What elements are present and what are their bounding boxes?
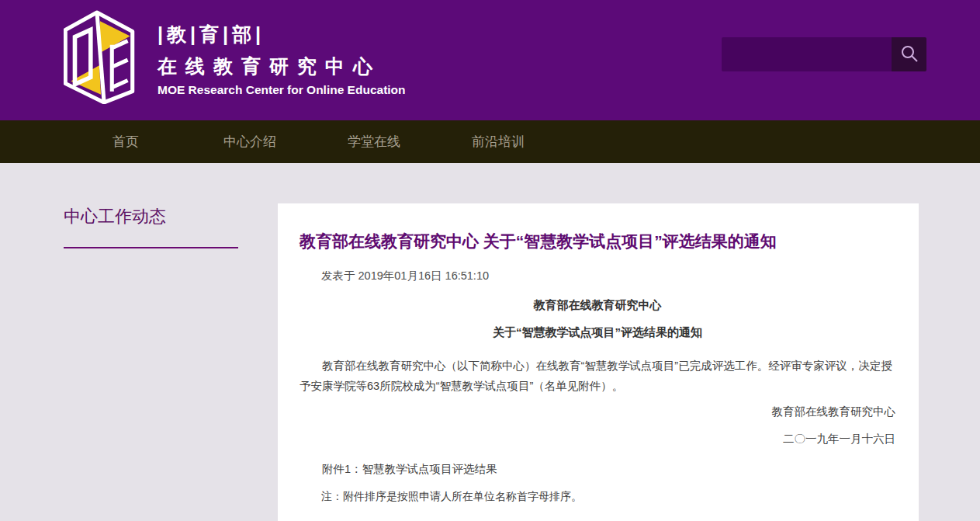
logo-english-label: MOE Research Center for Online Education bbox=[158, 82, 406, 98]
site-header: |教|育|部| 在线教育研究中心 MOE Research Center for… bbox=[0, 0, 980, 120]
logo-ministry-label: |教|育|部| bbox=[158, 22, 406, 47]
logo-text: |教|育|部| 在线教育研究中心 MOE Research Center for… bbox=[158, 22, 406, 98]
article-title: 教育部在线教育研究中心 关于“智慧教学试点项目”评选结果的通知 bbox=[300, 231, 895, 252]
search-button[interactable] bbox=[892, 37, 926, 71]
search-icon bbox=[899, 44, 919, 64]
main-nav: 首页 中心介绍 学堂在线 前沿培训 bbox=[0, 120, 980, 163]
search-input[interactable] bbox=[722, 37, 892, 71]
signature-date: 二〇一九年一月十六日 bbox=[300, 432, 895, 446]
sidebar: 中心工作动态 bbox=[64, 205, 238, 248]
publish-date: 发表于 2019年01月16日 16:51:10 bbox=[300, 269, 895, 283]
nav-item-home[interactable]: 首页 bbox=[64, 120, 188, 163]
doc-paragraph: 教育部在线教育研究中心（以下简称中心）在线教育“智慧教学试点项目”已完成评选工作… bbox=[300, 356, 895, 396]
attachment-line: 附件1：智慧教学试点项目评选结果 bbox=[300, 462, 895, 477]
sidebar-section-title: 中心工作动态 bbox=[64, 205, 238, 248]
note-line: 注：附件排序是按照申请人所在单位名称首字母排序。 bbox=[300, 490, 895, 504]
article-card: 教育部在线教育研究中心 关于“智慧教学试点项目”评选结果的通知 发表于 2019… bbox=[278, 203, 919, 521]
oe-logo-icon[interactable] bbox=[64, 9, 135, 104]
nav-item-xuetang-online[interactable]: 学堂在线 bbox=[312, 120, 436, 163]
logo-center-name-label: 在线教育研究中心 bbox=[158, 54, 406, 78]
search-box bbox=[722, 37, 916, 71]
nav-item-center-intro[interactable]: 中心介绍 bbox=[188, 120, 312, 163]
doc-org-heading: 教育部在线教育研究中心 bbox=[300, 298, 895, 313]
doc-title-heading: 关于“智慧教学试点项目”评选结果的通知 bbox=[300, 325, 895, 340]
nav-item-frontier-training[interactable]: 前沿培训 bbox=[436, 120, 560, 163]
signature-org: 教育部在线教育研究中心 bbox=[300, 405, 895, 419]
